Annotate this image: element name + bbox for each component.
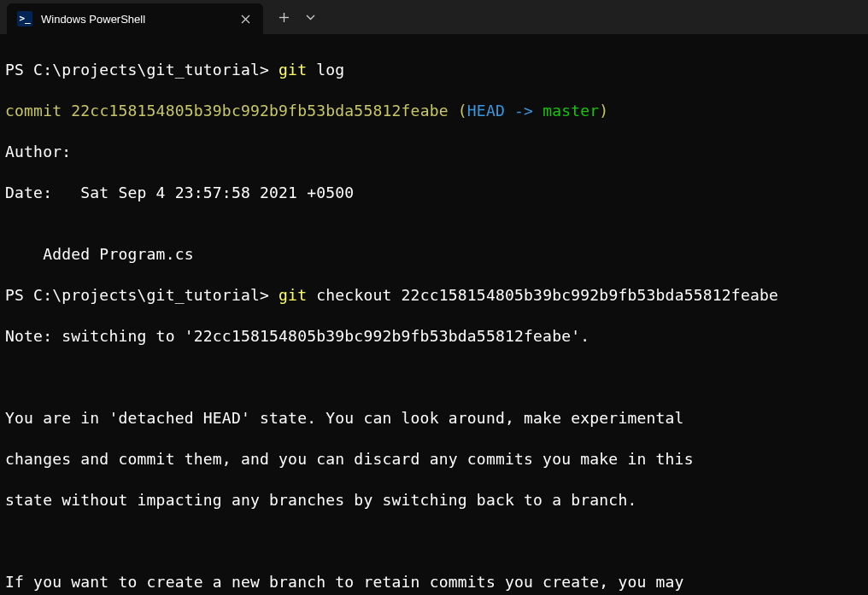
branch-ref: master — [542, 102, 599, 120]
title-bar: >_ Windows PowerShell — [0, 0, 868, 34]
terminal-output[interactable]: PS C:\projects\git_tutorial> git log com… — [0, 34, 868, 595]
prompt: PS C:\projects\git_tutorial> — [5, 286, 279, 304]
terminal-line: commit 22cc158154805b39bc992b9fb53bda558… — [5, 101, 861, 121]
new-tab-button[interactable] — [279, 12, 290, 23]
tab-title: Windows PowerShell — [41, 13, 238, 26]
terminal-line: If you want to create a new branch to re… — [5, 572, 861, 592]
terminal-line: PS C:\projects\git_tutorial> git checkou… — [5, 285, 861, 306]
plus-icon — [279, 12, 290, 23]
command-args: checkout 22cc158154805b39bc992b9fb53bda5… — [307, 286, 778, 304]
ref-close: ) — [599, 102, 608, 120]
terminal-line: You are in 'detached HEAD' state. You ca… — [5, 408, 861, 429]
command-name: git — [279, 61, 307, 79]
terminal-line: Added Program.cs — [5, 244, 861, 265]
terminal-line: state without impacting any branches by … — [5, 490, 861, 510]
terminal-line — [5, 367, 861, 388]
terminal-line: Note: switching to '22cc158154805b39bc99… — [5, 326, 861, 347]
dropdown-button[interactable] — [305, 13, 316, 21]
tab-close-button[interactable] — [238, 11, 253, 26]
ref-open: ( — [449, 102, 467, 120]
command-name: git — [279, 286, 307, 304]
command-args: log — [307, 61, 344, 79]
chevron-down-icon — [305, 13, 316, 21]
terminal-line: Date: Sat Sep 4 23:57:58 2021 +0500 — [5, 183, 861, 203]
terminal-line — [5, 531, 861, 551]
prompt: PS C:\projects\git_tutorial> — [5, 61, 279, 79]
terminal-line: changes and commit them, and you can dis… — [5, 449, 861, 470]
close-icon — [241, 15, 250, 24]
tab-powershell[interactable]: >_ Windows PowerShell — [7, 3, 263, 34]
terminal-line: PS C:\projects\git_tutorial> git log — [5, 60, 861, 80]
title-bar-actions — [263, 0, 316, 34]
head-ref: HEAD -> — [467, 102, 542, 120]
commit-hash: 22cc158154805b39bc992b9fb53bda55812feabe — [71, 102, 448, 120]
terminal-line: Author: — [5, 142, 861, 162]
commit-label: commit — [5, 102, 71, 120]
powershell-icon: >_ — [17, 11, 32, 26]
